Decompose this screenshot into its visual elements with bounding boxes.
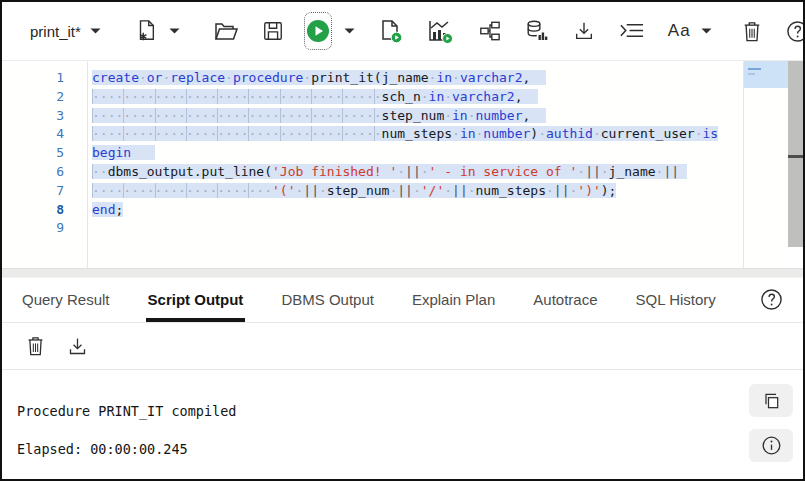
open-file-button[interactable] (214, 20, 238, 42)
run-script-icon (379, 19, 403, 44)
chevron-down-icon[interactable] (90, 27, 101, 35)
code-line[interactable]: ·····································ste… (92, 107, 743, 126)
autotrace-button[interactable] (427, 19, 454, 44)
code-line[interactable]: ·····································sch… (92, 88, 743, 107)
trash-icon (742, 20, 762, 43)
font-size-label: Aa (668, 21, 691, 41)
run-play-icon (305, 18, 331, 44)
worksheet-name-button[interactable]: print_it* (30, 23, 101, 40)
editor-scrollbar[interactable] (788, 61, 803, 268)
line-number: 9 (2, 219, 64, 238)
copy-output-button[interactable] (749, 384, 793, 417)
info-icon (761, 435, 782, 456)
sql-tuning-advisor-button[interactable] (525, 19, 549, 43)
help-icon (760, 288, 783, 311)
editor-gutter: 123456789 (2, 61, 88, 268)
download-output-button[interactable] (67, 336, 88, 357)
editor-code[interactable]: create·or·replace·procedure·print_it(j_n… (88, 61, 743, 268)
chevron-down-icon[interactable] (701, 27, 712, 35)
tab-explain-plan[interactable]: Explain Plan (410, 278, 497, 322)
download-icon (67, 336, 88, 357)
worksheet-toolbar: print_it* (2, 2, 803, 60)
result-tabbar: Query ResultScript OutputDBMS OutputExpl… (2, 278, 803, 323)
new-worksheet-dropdown[interactable] (169, 27, 180, 35)
code-line[interactable] (92, 219, 743, 238)
tab-dbms-output[interactable]: DBMS Output (279, 278, 376, 322)
explain-plan-button[interactable] (478, 20, 501, 42)
open-folder-icon (214, 20, 238, 42)
save-button[interactable] (262, 20, 284, 42)
output-toolbar (2, 323, 803, 370)
clear-output-button[interactable] (26, 335, 45, 357)
worksheet-name: print_it* (30, 23, 81, 40)
code-line[interactable]: create·or·replace·procedure·print_it(j_n… (92, 69, 743, 88)
chevron-down-icon (344, 27, 355, 35)
format-code-icon (619, 21, 644, 41)
output-line: Procedure PRINT_IT compiled (17, 403, 803, 419)
output-text: Procedure PRINT_IT compiledElapsed: 00:0… (17, 403, 803, 457)
tab-query-result[interactable]: Query Result (20, 278, 112, 322)
toolbar-help-button[interactable] (786, 20, 805, 43)
code-line[interactable]: ·······················'('·||·step_num·|… (92, 182, 743, 201)
tab-autotrace[interactable]: Autotrace (531, 278, 599, 322)
tab-sql-history[interactable]: SQL History (634, 278, 718, 322)
sql-worksheet-window: print_it* (0, 0, 805, 481)
panel-splitter[interactable] (2, 268, 803, 278)
format-button[interactable] (619, 21, 644, 41)
code-line[interactable]: ··dbms_output.put_line('Job finished! '·… (92, 163, 743, 182)
database-chart-icon (525, 19, 549, 43)
line-number: 4 (2, 125, 64, 144)
explain-plan-icon (478, 20, 501, 42)
line-number: 6 (2, 163, 64, 182)
code-editor: 123456789 create·or·replace·procedure·pr… (2, 60, 803, 268)
font-size-button[interactable]: Aa (668, 21, 712, 41)
save-icon (262, 20, 284, 42)
clear-worksheet-button[interactable] (742, 20, 762, 43)
code-line[interactable]: end; (92, 201, 743, 220)
new-worksheet-button[interactable] (135, 19, 157, 43)
run-script-button[interactable] (379, 19, 403, 44)
tab-script-output[interactable]: Script Output (146, 278, 246, 322)
tabbar-help-button[interactable] (760, 288, 783, 311)
line-number: 3 (2, 107, 64, 126)
line-number: 7 (2, 182, 64, 201)
copy-icon (761, 391, 781, 411)
line-number: 2 (2, 88, 64, 107)
run-statement-button[interactable] (304, 12, 332, 50)
line-number: 1 (2, 69, 64, 88)
code-line[interactable]: begin (92, 144, 743, 163)
script-output-area: Procedure PRINT_IT compiledElapsed: 00:0… (2, 370, 803, 479)
run-dropdown[interactable] (344, 27, 355, 35)
line-number: 5 (2, 144, 64, 163)
code-line[interactable]: ·····································num… (92, 125, 743, 144)
download-icon (573, 20, 595, 42)
download-button[interactable] (573, 20, 595, 42)
trash-icon (26, 335, 45, 357)
scrollbar-thumb[interactable] (788, 61, 803, 247)
info-button[interactable] (749, 429, 793, 462)
autotrace-chart-icon (427, 19, 454, 44)
line-number: 8 (2, 201, 64, 220)
output-line: Elapsed: 00:00:00.245 (17, 441, 803, 457)
help-icon (786, 20, 805, 43)
new-worksheet-icon (135, 19, 157, 43)
chevron-down-icon (169, 27, 180, 35)
editor-minimap[interactable] (743, 61, 788, 268)
